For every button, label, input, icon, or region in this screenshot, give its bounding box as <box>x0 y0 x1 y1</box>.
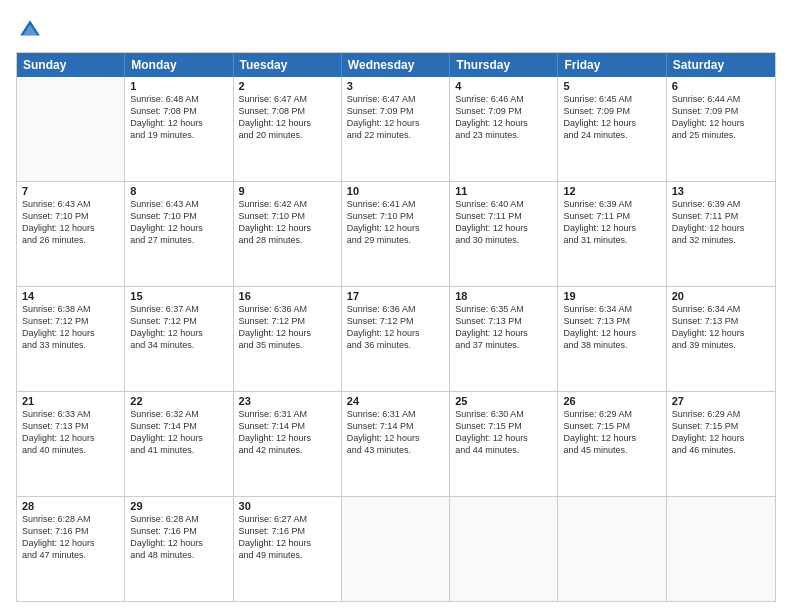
day-number: 1 <box>130 80 227 92</box>
line3: Daylight: 12 hours <box>455 432 552 444</box>
cal-cell-0-3: 3Sunrise: 6:47 AMSunset: 7:09 PMDaylight… <box>342 77 450 181</box>
line2: Sunset: 7:13 PM <box>455 315 552 327</box>
day-number: 28 <box>22 500 119 512</box>
line4: and 22 minutes. <box>347 129 444 141</box>
cal-cell-3-6: 27Sunrise: 6:29 AMSunset: 7:15 PMDayligh… <box>667 392 775 496</box>
page: SundayMondayTuesdayWednesdayThursdayFrid… <box>0 0 792 612</box>
line4: and 42 minutes. <box>239 444 336 456</box>
cal-cell-3-0: 21Sunrise: 6:33 AMSunset: 7:13 PMDayligh… <box>17 392 125 496</box>
cal-cell-1-4: 11Sunrise: 6:40 AMSunset: 7:11 PMDayligh… <box>450 182 558 286</box>
day-number: 23 <box>239 395 336 407</box>
day-number: 16 <box>239 290 336 302</box>
day-number: 3 <box>347 80 444 92</box>
line4: and 31 minutes. <box>563 234 660 246</box>
line1: Sunrise: 6:41 AM <box>347 198 444 210</box>
line1: Sunrise: 6:39 AM <box>672 198 770 210</box>
line1: Sunrise: 6:28 AM <box>130 513 227 525</box>
cal-cell-1-1: 8Sunrise: 6:43 AMSunset: 7:10 PMDaylight… <box>125 182 233 286</box>
day-number: 14 <box>22 290 119 302</box>
line1: Sunrise: 6:39 AM <box>563 198 660 210</box>
day-number: 18 <box>455 290 552 302</box>
cal-cell-3-2: 23Sunrise: 6:31 AMSunset: 7:14 PMDayligh… <box>234 392 342 496</box>
cal-cell-0-0 <box>17 77 125 181</box>
line3: Daylight: 12 hours <box>22 432 119 444</box>
line2: Sunset: 7:15 PM <box>672 420 770 432</box>
cal-cell-2-0: 14Sunrise: 6:38 AMSunset: 7:12 PMDayligh… <box>17 287 125 391</box>
line1: Sunrise: 6:36 AM <box>239 303 336 315</box>
line2: Sunset: 7:09 PM <box>672 105 770 117</box>
cal-header-sunday: Sunday <box>17 53 125 77</box>
line2: Sunset: 7:15 PM <box>455 420 552 432</box>
line3: Daylight: 12 hours <box>563 117 660 129</box>
line2: Sunset: 7:11 PM <box>563 210 660 222</box>
cal-cell-2-4: 18Sunrise: 6:35 AMSunset: 7:13 PMDayligh… <box>450 287 558 391</box>
line4: and 41 minutes. <box>130 444 227 456</box>
cal-cell-2-2: 16Sunrise: 6:36 AMSunset: 7:12 PMDayligh… <box>234 287 342 391</box>
line4: and 20 minutes. <box>239 129 336 141</box>
line3: Daylight: 12 hours <box>130 537 227 549</box>
line3: Daylight: 12 hours <box>347 432 444 444</box>
day-number: 4 <box>455 80 552 92</box>
line4: and 23 minutes. <box>455 129 552 141</box>
day-number: 11 <box>455 185 552 197</box>
cal-cell-0-4: 4Sunrise: 6:46 AMSunset: 7:09 PMDaylight… <box>450 77 558 181</box>
cal-header-thursday: Thursday <box>450 53 558 77</box>
line2: Sunset: 7:13 PM <box>672 315 770 327</box>
line1: Sunrise: 6:45 AM <box>563 93 660 105</box>
line3: Daylight: 12 hours <box>563 432 660 444</box>
line4: and 45 minutes. <box>563 444 660 456</box>
line4: and 49 minutes. <box>239 549 336 561</box>
line2: Sunset: 7:11 PM <box>455 210 552 222</box>
line1: Sunrise: 6:30 AM <box>455 408 552 420</box>
line2: Sunset: 7:10 PM <box>22 210 119 222</box>
line1: Sunrise: 6:40 AM <box>455 198 552 210</box>
line1: Sunrise: 6:35 AM <box>455 303 552 315</box>
cal-cell-4-0: 28Sunrise: 6:28 AMSunset: 7:16 PMDayligh… <box>17 497 125 601</box>
line3: Daylight: 12 hours <box>672 117 770 129</box>
line4: and 34 minutes. <box>130 339 227 351</box>
line1: Sunrise: 6:38 AM <box>22 303 119 315</box>
cal-header-wednesday: Wednesday <box>342 53 450 77</box>
cal-cell-0-2: 2Sunrise: 6:47 AMSunset: 7:08 PMDaylight… <box>234 77 342 181</box>
day-number: 24 <box>347 395 444 407</box>
cal-cell-2-3: 17Sunrise: 6:36 AMSunset: 7:12 PMDayligh… <box>342 287 450 391</box>
line3: Daylight: 12 hours <box>239 537 336 549</box>
cal-header-tuesday: Tuesday <box>234 53 342 77</box>
cal-cell-4-6 <box>667 497 775 601</box>
line3: Daylight: 12 hours <box>130 222 227 234</box>
day-number: 21 <box>22 395 119 407</box>
line1: Sunrise: 6:27 AM <box>239 513 336 525</box>
line2: Sunset: 7:12 PM <box>22 315 119 327</box>
day-number: 15 <box>130 290 227 302</box>
line1: Sunrise: 6:34 AM <box>672 303 770 315</box>
line1: Sunrise: 6:44 AM <box>672 93 770 105</box>
line3: Daylight: 12 hours <box>672 432 770 444</box>
line3: Daylight: 12 hours <box>347 117 444 129</box>
line4: and 28 minutes. <box>239 234 336 246</box>
line4: and 43 minutes. <box>347 444 444 456</box>
cal-cell-2-1: 15Sunrise: 6:37 AMSunset: 7:12 PMDayligh… <box>125 287 233 391</box>
line2: Sunset: 7:14 PM <box>239 420 336 432</box>
line3: Daylight: 12 hours <box>22 327 119 339</box>
line1: Sunrise: 6:47 AM <box>347 93 444 105</box>
cal-row-3: 21Sunrise: 6:33 AMSunset: 7:13 PMDayligh… <box>17 392 775 497</box>
cal-cell-4-1: 29Sunrise: 6:28 AMSunset: 7:16 PMDayligh… <box>125 497 233 601</box>
day-number: 19 <box>563 290 660 302</box>
line4: and 24 minutes. <box>563 129 660 141</box>
line1: Sunrise: 6:28 AM <box>22 513 119 525</box>
line2: Sunset: 7:08 PM <box>239 105 336 117</box>
cal-header-friday: Friday <box>558 53 666 77</box>
line3: Daylight: 12 hours <box>130 117 227 129</box>
line1: Sunrise: 6:37 AM <box>130 303 227 315</box>
line2: Sunset: 7:10 PM <box>130 210 227 222</box>
cal-cell-4-5 <box>558 497 666 601</box>
line4: and 48 minutes. <box>130 549 227 561</box>
line4: and 19 minutes. <box>130 129 227 141</box>
line1: Sunrise: 6:29 AM <box>563 408 660 420</box>
cal-cell-1-5: 12Sunrise: 6:39 AMSunset: 7:11 PMDayligh… <box>558 182 666 286</box>
cal-cell-4-3 <box>342 497 450 601</box>
line4: and 38 minutes. <box>563 339 660 351</box>
cal-cell-4-4 <box>450 497 558 601</box>
line3: Daylight: 12 hours <box>347 222 444 234</box>
line4: and 35 minutes. <box>239 339 336 351</box>
